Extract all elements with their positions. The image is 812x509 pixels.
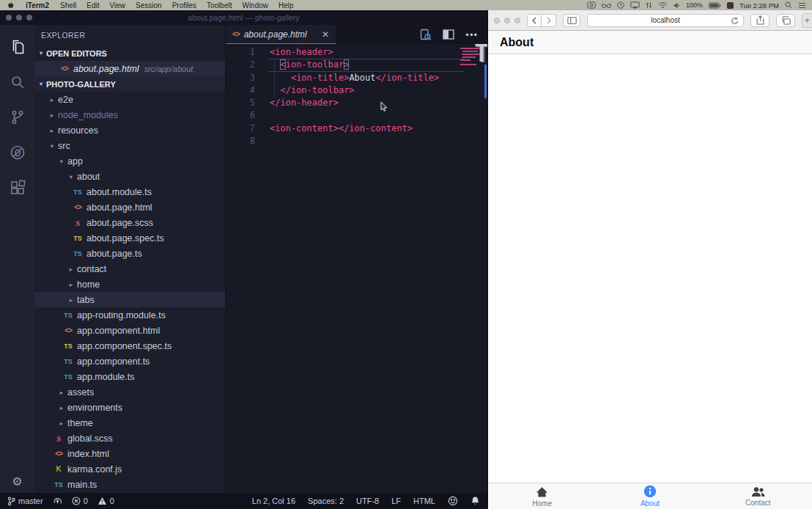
tree-item-label: environments — [67, 403, 122, 413]
ionic-tab-about[interactable]: About — [596, 483, 704, 509]
tree-folder-contact[interactable]: ▸contact — [34, 261, 225, 277]
tree-file-about.page.html[interactable]: <>about.page.html — [34, 199, 225, 215]
menu-view[interactable]: View — [105, 1, 131, 10]
forward-button[interactable] — [542, 14, 556, 27]
menu-window[interactable]: Window — [237, 1, 273, 10]
notifications-bell-icon[interactable] — [470, 496, 480, 506]
tree-folder-app[interactable]: ▾app — [34, 153, 225, 169]
tree-folder-home[interactable]: ▸home — [34, 277, 225, 292]
zoom-window-button[interactable] — [514, 18, 520, 23]
tree-file-about.page.ts[interactable]: TSabout.page.ts — [34, 246, 225, 261]
ionic-tab-home[interactable]: Home — [488, 483, 596, 509]
tree-file-app.component.ts[interactable]: TSapp.component.ts — [34, 354, 225, 369]
spotlight-icon[interactable] — [785, 1, 792, 9]
tab-close-icon[interactable]: ✕ — [322, 30, 329, 39]
tree-folder-about[interactable]: ▾about — [34, 169, 225, 184]
split-editor-icon[interactable] — [443, 29, 454, 40]
menu-session[interactable]: Session — [130, 1, 167, 10]
battery-icon[interactable] — [709, 2, 721, 9]
tab-about-page-html[interactable]: <> about.page.html ✕ — [226, 25, 336, 44]
tree-file-app.module.ts[interactable]: TSapp.module.ts — [34, 369, 225, 384]
cursor-position[interactable]: Ln 2, Col 16 — [252, 497, 295, 505]
back-button[interactable] — [527, 14, 542, 27]
input-source-icon[interactable] — [727, 2, 734, 9]
ionic-tab-contact[interactable]: Contact — [704, 483, 812, 509]
menu-help[interactable]: Help — [273, 1, 299, 10]
search-icon[interactable] — [0, 65, 34, 100]
extensions-icon[interactable] — [0, 170, 34, 205]
airplay-icon[interactable] — [630, 1, 640, 9]
activity-bar: ⚙ — [0, 25, 34, 493]
errors-indicator[interactable]: 0 — [72, 497, 88, 505]
tree-file-index.html[interactable]: <>index.html — [34, 446, 225, 461]
apple-logo-icon[interactable] — [0, 1, 20, 10]
language-mode[interactable]: HTML — [413, 497, 435, 505]
tree-folder-tabs[interactable]: ▸tabs — [34, 292, 225, 307]
reload-icon[interactable] — [731, 17, 739, 25]
glasses-icon[interactable] — [602, 2, 611, 9]
menu-edit[interactable]: Edit — [81, 1, 104, 10]
tree-file-about.page.scss[interactable]: Sabout.page.scss — [34, 215, 225, 230]
warnings-indicator[interactable]: 0 — [97, 497, 114, 505]
menu-items: ShellEditViewSessionProfilesToolbeltWind… — [55, 1, 299, 10]
zoom-window-button[interactable] — [26, 15, 32, 21]
menu-clock[interactable]: Tue 2:28 PM — [739, 1, 779, 10]
close-window-button[interactable] — [6, 15, 12, 21]
explorer-icon[interactable] — [0, 29, 34, 65]
share-button[interactable] — [750, 14, 769, 27]
menu-toolbelt[interactable]: Toolbelt — [202, 1, 237, 10]
tree-file-main.ts[interactable]: TSmain.ts — [34, 477, 225, 492]
tree-file-about.module.ts[interactable]: TSabout.module.ts — [34, 184, 225, 199]
tree-folder-resources[interactable]: ▸resources — [34, 122, 225, 138]
volume-icon[interactable] — [673, 2, 680, 9]
tree-file-about.page.spec.ts[interactable]: TSabout.page.spec.ts — [34, 230, 225, 246]
open-preview-icon[interactable] — [419, 29, 432, 41]
menu-app-name[interactable]: iTerm2 — [20, 1, 55, 10]
wifi-icon[interactable] — [658, 1, 668, 9]
open-editors-header[interactable]: ▾ OPEN EDITORS — [34, 45, 225, 61]
menu-profiles[interactable]: Profiles — [167, 1, 202, 10]
tree-folder-theme[interactable]: ▸theme — [34, 415, 225, 431]
code-editor[interactable]: T 1<ion-header>2 <ion-toolbar>3 <ion-tit… — [226, 44, 487, 493]
sync-changes-button[interactable] — [53, 497, 62, 506]
sidebar-title: EXPLORER — [34, 25, 225, 45]
feedback-smiley-icon[interactable] — [448, 496, 458, 506]
project-root-header[interactable]: ▾ PHOTO-GALLERY — [34, 76, 225, 92]
source-control-icon[interactable] — [0, 100, 34, 135]
html-file-icon: <> — [232, 30, 240, 38]
code-line-4: 4 </ion-toolbar> — [226, 84, 487, 97]
tree-folder-src[interactable]: ▾src — [34, 138, 225, 153]
show-all-tabs-button[interactable] — [776, 14, 795, 27]
new-tab-button[interactable]: + — [802, 13, 812, 28]
updown-arrows-icon[interactable] — [646, 1, 652, 9]
tree-folder-node_modules[interactable]: ▸node_modules — [34, 107, 225, 122]
encoding-setting[interactable]: UTF-8 — [356, 497, 379, 505]
open-editor-item[interactable]: <> about.page.html src/app/about — [34, 61, 225, 76]
tree-file-app-routing.module.ts[interactable]: TSapp-routing.module.ts — [34, 307, 225, 323]
debug-disabled-icon[interactable] — [0, 135, 34, 170]
more-actions-icon[interactable]: ••• — [465, 29, 478, 40]
eol-setting[interactable]: LF — [391, 497, 401, 505]
minimize-window-button[interactable] — [16, 15, 22, 21]
sidebar-toggle-button[interactable] — [563, 14, 580, 27]
tree-folder-assets[interactable]: ▸assets — [34, 384, 225, 400]
screen-record-icon[interactable] — [587, 1, 596, 9]
notification-center-icon[interactable] — [798, 2, 806, 9]
minimize-window-button[interactable] — [504, 18, 510, 23]
indentation-setting[interactable]: Spaces: 2 — [308, 497, 344, 505]
address-bar[interactable]: localhost — [587, 14, 744, 27]
git-branch-indicator[interactable]: master — [7, 497, 43, 506]
tree-folder-e2e[interactable]: ▸e2e — [34, 92, 225, 107]
tree-file-app.component.spec.ts[interactable]: TSapp.component.spec.ts — [34, 338, 225, 354]
clock-icon[interactable] — [617, 1, 624, 9]
tree-item-label: about.page.spec.ts — [86, 233, 164, 243]
tree-file-karma.conf.js[interactable]: Kkarma.conf.js — [34, 461, 225, 477]
menu-shell[interactable]: Shell — [55, 1, 81, 10]
tree-file-global.scss[interactable]: Sglobal.scss — [34, 431, 225, 446]
tree-folder-environments[interactable]: ▸environments — [34, 400, 225, 415]
tree-file-app.component.html[interactable]: <>app.component.html — [34, 323, 225, 338]
vscode-title-bar[interactable]: about.page.html — photo-gallery — [0, 10, 487, 25]
settings-gear-icon[interactable]: ⚙ — [0, 475, 34, 488]
close-window-button[interactable] — [494, 18, 500, 23]
ionic-tab-bar: HomeAboutContact — [488, 483, 812, 509]
